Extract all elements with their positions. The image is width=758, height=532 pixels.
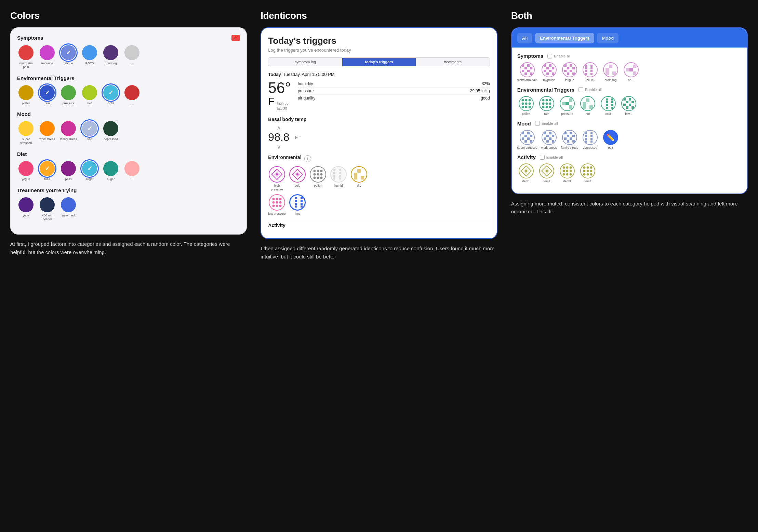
svg-rect-43 bbox=[301, 205, 303, 208]
enable-checkbox-1[interactable] bbox=[579, 87, 583, 92]
symptom-item-3-5[interactable]: ... bbox=[123, 161, 141, 181]
filter-tab-1[interactable]: Environmental Triggers bbox=[535, 33, 594, 43]
col3-icon-item-0-4[interactable]: brain fog bbox=[602, 62, 620, 82]
filter-tab-2[interactable]: Mood bbox=[597, 33, 619, 43]
col3-icon-item-1-3[interactable]: hot bbox=[579, 96, 597, 116]
tab-2[interactable]: treatments bbox=[416, 58, 489, 66]
env-icon-circle-3 bbox=[330, 166, 347, 183]
svg-point-95 bbox=[549, 99, 551, 101]
col3-icon-item-1-4[interactable]: cold bbox=[599, 96, 617, 116]
tab-0[interactable]: symptom log bbox=[268, 58, 342, 66]
col3-icon-item-2-4[interactable]: ✏️edit bbox=[602, 130, 620, 150]
symptom-item-4-0[interactable]: yoga bbox=[17, 197, 35, 221]
symptom-item-3-1[interactable]: ✓fries bbox=[38, 161, 56, 181]
symptom-item-0-0[interactable]: weird arm pain bbox=[17, 45, 35, 69]
env-icon-item-4[interactable]: dry bbox=[350, 166, 368, 191]
symptom-item-3-0[interactable]: yogurt bbox=[17, 161, 35, 181]
temp-high: high 60 bbox=[277, 101, 289, 106]
svg-point-100 bbox=[545, 106, 548, 108]
col3-icon-item-2-0[interactable]: super stressed bbox=[517, 130, 537, 150]
svg-rect-49 bbox=[527, 70, 530, 72]
symptom-item-0-2[interactable]: ✓fatigue bbox=[59, 45, 77, 69]
env-icon-item-5[interactable]: low pressure bbox=[268, 194, 286, 216]
enable-checkbox-2[interactable] bbox=[535, 121, 540, 126]
tab-1[interactable]: today's triggers bbox=[342, 58, 416, 66]
env-icon-label-4: dry bbox=[357, 184, 361, 188]
symptom-item-2-2[interactable]: family stress bbox=[59, 121, 77, 145]
filter-tab-0[interactable]: All bbox=[517, 33, 533, 43]
symptom-item-1-3[interactable]: hot bbox=[81, 85, 98, 105]
col3-icon-item-1-5[interactable]: low... bbox=[620, 96, 638, 116]
svg-rect-23 bbox=[357, 169, 361, 173]
env-add-button[interactable]: + bbox=[304, 155, 311, 162]
symptom-label-1-4: cold bbox=[108, 102, 114, 105]
env-icon-item-3[interactable]: humid bbox=[330, 166, 347, 191]
col3-icon-item-3-0[interactable]: item1 bbox=[517, 163, 535, 183]
symptom-item-4-1[interactable]: 400 mg tylenol bbox=[38, 197, 56, 221]
col3-icon-item-0-5[interactable]: sh... bbox=[622, 62, 640, 82]
symptom-label-0-5: ... bbox=[131, 62, 133, 65]
col3-icon-item-3-3[interactable]: item4 bbox=[579, 163, 597, 183]
svg-point-174 bbox=[586, 167, 589, 169]
enable-checkbox-3[interactable] bbox=[540, 155, 545, 160]
symptom-item-1-0[interactable]: pollen bbox=[17, 85, 35, 105]
symptom-item-0-3[interactable]: POTS bbox=[81, 45, 98, 69]
col3-icon-label-2-4: edit bbox=[608, 146, 613, 150]
bbt-up-arrow[interactable]: ∧ bbox=[277, 125, 281, 131]
col3-icon-item-0-3[interactable]: POTS bbox=[581, 62, 599, 82]
symptom-item-0-5[interactable]: ... bbox=[123, 45, 141, 69]
env-icon-item-0[interactable]: high pressure bbox=[268, 166, 286, 191]
symptom-circle-0-2: ✓ bbox=[61, 45, 76, 60]
col3-body: SymptomsEnable allweird arm painmigraine… bbox=[512, 48, 747, 194]
svg-rect-58 bbox=[546, 72, 549, 75]
symptom-item-0-1[interactable]: migraine bbox=[38, 45, 56, 69]
symptom-circle-3-0 bbox=[18, 161, 34, 176]
symptom-label-3-0: yogurt bbox=[22, 177, 30, 181]
col3-icon-item-1-2[interactable]: pressure bbox=[558, 96, 576, 116]
symptom-item-2-1[interactable]: work stress bbox=[38, 121, 56, 145]
col3-icon-item-3-1[interactable]: item2 bbox=[538, 163, 556, 183]
col3-icon-label-0-3: POTS bbox=[586, 78, 594, 82]
flag-icon[interactable]: 🚩 bbox=[231, 35, 240, 41]
bbt-down-arrow[interactable]: ∨ bbox=[277, 144, 281, 150]
symptom-item-3-4[interactable]: sugar bbox=[102, 161, 120, 181]
symptom-label-4-0: yoga bbox=[23, 214, 29, 217]
env-icon-item-6[interactable]: hot bbox=[289, 194, 306, 216]
env-icon-item-1[interactable]: cold bbox=[289, 166, 306, 191]
col3-icon-item-0-2[interactable]: fatigue bbox=[561, 62, 579, 82]
symptom-item-1-2[interactable]: pressure bbox=[59, 85, 77, 105]
svg-rect-71 bbox=[590, 67, 593, 69]
symptom-circle-3-5 bbox=[124, 161, 139, 176]
symptom-item-3-3[interactable]: ✓sugar bbox=[81, 161, 98, 181]
symptom-item-1-1[interactable]: ✓rain bbox=[38, 85, 56, 105]
symptom-item-2-0[interactable]: super stressed bbox=[17, 121, 35, 145]
col3-icon-item-0-0[interactable]: weird arm pain bbox=[517, 62, 537, 82]
enable-all-1: Enable all bbox=[579, 87, 601, 92]
symptom-item-2-4[interactable]: depressed bbox=[102, 121, 120, 145]
column-identicons: Identicons Today's triggers Log the trig… bbox=[261, 10, 497, 261]
col3-icon-item-3-2[interactable]: item3 bbox=[558, 163, 576, 183]
symptom-item-4-2[interactable]: new med bbox=[59, 197, 77, 221]
weather-detail-label-2: air quality bbox=[298, 96, 315, 101]
col3-title: Both bbox=[511, 10, 748, 21]
col3-icon-item-1-1[interactable]: rain bbox=[538, 96, 556, 116]
env-icon-item-2[interactable]: pollen bbox=[309, 166, 327, 191]
symptom-item-1-5[interactable]: ... bbox=[123, 85, 141, 105]
col3-icon-item-2-1[interactable]: work stress bbox=[540, 130, 558, 150]
symptom-item-0-4[interactable]: brain fog bbox=[102, 45, 120, 69]
svg-rect-155 bbox=[590, 138, 593, 140]
col3-icon-item-2-2[interactable]: family stress bbox=[561, 130, 579, 150]
col3-icon-item-0-1[interactable]: migraine bbox=[540, 62, 558, 82]
check-icon: ✓ bbox=[45, 89, 50, 96]
symptom-item-3-2[interactable]: peas bbox=[59, 161, 77, 181]
enable-checkbox-0[interactable] bbox=[547, 54, 552, 58]
symptom-item-2-3[interactable]: ✓sad bbox=[81, 121, 98, 145]
col3-icon-item-1-0[interactable]: pollen bbox=[517, 96, 535, 116]
symptom-circle-3-3: ✓ bbox=[82, 161, 97, 176]
svg-point-86 bbox=[528, 99, 531, 101]
symptom-item-1-4[interactable]: ✓cold bbox=[102, 85, 120, 105]
col3-icon-circle-0-1 bbox=[542, 62, 557, 77]
col3-icon-item-2-3[interactable]: depressed bbox=[581, 130, 599, 150]
svg-point-92 bbox=[528, 106, 531, 108]
env-icon-label-3: humid bbox=[334, 184, 343, 188]
